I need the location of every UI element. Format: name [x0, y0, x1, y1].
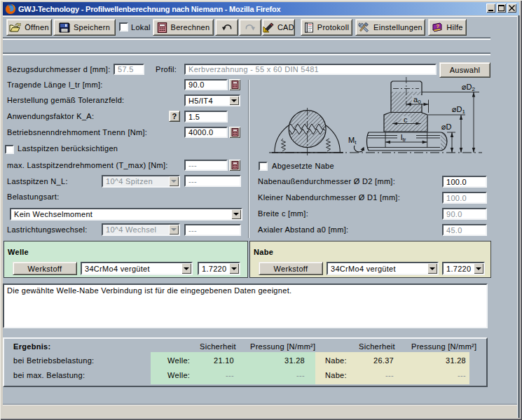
bezugsdurchmesser-input[interactable]: 57.5 — [114, 64, 144, 75]
result-panel: Ergebnis: Sicherheit Pressung [N/mm²] Si… — [3, 337, 488, 387]
profil-input[interactable]: Kerbverzahnung - 55 x 60 DIN 5481 — [184, 64, 437, 75]
firefox-icon — [5, 4, 16, 15]
help-button[interactable]: ? Hilfe — [428, 19, 467, 36]
dropdown-arrow-icon[interactable] — [181, 263, 191, 274]
abstand-label: Axialer Abstand a0 [mm]: — [258, 225, 348, 234]
anwendungsfaktor-input[interactable]: 1.5 — [184, 111, 228, 122]
input-value: 100.0 — [446, 178, 467, 186]
welle-werkstoff-button[interactable]: Werkstoff — [13, 262, 77, 275]
save-button[interactable]: Speichern — [53, 19, 116, 36]
calculate-button[interactable]: Berechnen — [153, 19, 214, 36]
lastrichtungswechsel-input[interactable]: --- — [184, 224, 241, 236]
maximize-button[interactable] — [497, 4, 506, 13]
tragende-laenge-input[interactable]: 90.0 — [184, 79, 228, 90]
d1-label: Kleiner Nabendurchmesser Ø D1 [mm]: — [258, 193, 400, 202]
arrow-down-glyph — [231, 267, 237, 273]
close-icon — [509, 5, 515, 11]
settings-button[interactable]: Einstellungen — [355, 19, 425, 36]
arrow-down-glyph — [171, 228, 177, 234]
result-welle-label: Welle: — [167, 356, 190, 365]
lastspitzen-checkbox[interactable] — [5, 145, 14, 154]
cad-button[interactable]: CAD — [262, 19, 295, 36]
abstand-input[interactable]: 45.0 — [442, 224, 487, 236]
combo-value: H5/IT4 — [188, 97, 229, 105]
open-folder-icon — [9, 22, 21, 33]
result-header-pressung-nabe: Pressung [N/mm²] — [411, 342, 476, 351]
welle-material-combo[interactable]: 34CrMo4 vergütet — [81, 262, 193, 275]
result-header-sicherheit-welle: Sicherheit — [200, 342, 236, 351]
welle-number-combo[interactable]: 1.7220 — [198, 262, 240, 275]
tragende-laenge-calc-button[interactable] — [229, 79, 240, 90]
werkstoff-button-label: Werkstoff — [274, 265, 308, 273]
minimize-button[interactable] — [486, 4, 495, 13]
abgesetzte-nabe-label: Abgesetzte Nabe — [272, 162, 334, 171]
d2-input[interactable]: 100.0 — [442, 176, 487, 188]
calculator-icon — [231, 128, 239, 136]
dropdown-arrow-icon[interactable] — [229, 96, 239, 105]
dropdown-arrow-icon[interactable] — [427, 263, 437, 274]
drehmoment-label: Betriebsnenndrehmoment Tnenn [Nm]: — [7, 128, 147, 137]
lastspitzen-nl-combo[interactable]: 10^4 Spitzen — [102, 175, 180, 188]
abgesetzte-nabe-checkbox[interactable] — [259, 162, 268, 171]
dropdown-arrow-icon — [169, 225, 179, 234]
dropdown-arrow-icon[interactable] — [474, 263, 483, 274]
nabe-material-combo[interactable]: 34CrMo4 vergütet — [327, 262, 439, 275]
message-textarea[interactable]: Die gewählte Welle-Nabe Verbindung ist f… — [3, 284, 488, 328]
local-checkbox-label: Lokal — [131, 23, 151, 32]
combo-value: 34CrMo4 vergütet — [331, 265, 427, 273]
lastspitzen-nl-input[interactable]: --- — [184, 175, 241, 187]
open-button[interactable]: Öffnen — [6, 19, 52, 36]
belastungsart-combo[interactable]: Kein Wechselmoment — [10, 208, 242, 220]
redo-button[interactable] — [239, 19, 261, 36]
max-lastspitzen-input[interactable]: --- — [184, 160, 228, 171]
result-nabe-pressung: --- — [424, 371, 466, 379]
arrow-down-glyph — [430, 267, 435, 273]
result-welle-sicherheit: 21.10 — [192, 356, 234, 365]
cad-pen-icon — [263, 22, 274, 33]
bezugsdurchmesser-label: Bezugsdurchmesser d [mm]: — [7, 65, 111, 74]
dim-label-mt: Mt — [348, 136, 357, 146]
result-row-label: bei Betriebsbelastung: — [13, 356, 94, 365]
input-value: 90.0 — [446, 210, 462, 218]
profil-label: Profil: — [156, 65, 177, 74]
undo-button[interactable] — [215, 19, 238, 36]
nabe-number-combo[interactable]: 1.7220 — [442, 262, 485, 275]
redo-icon — [245, 23, 256, 31]
nabe-werkstoff-button[interactable]: Werkstoff — [259, 262, 323, 275]
dim-label-d: ⌀D — [441, 122, 452, 131]
dropdown-arrow-icon[interactable] — [231, 209, 241, 219]
result-nabe-sicherheit: --- — [352, 371, 394, 379]
dim-label-c: c — [404, 115, 408, 124]
lastrichtungswechsel-combo[interactable]: 10^4 Wechsel — [102, 223, 180, 236]
separator-line — [3, 52, 490, 55]
lastrichtungswechsel-label: Lastrichtungswechsel: — [7, 225, 88, 234]
save-button-label: Speichern — [74, 23, 110, 31]
drehmoment-calc-button[interactable] — [229, 127, 240, 138]
drehmoment-input[interactable]: 4000.0 — [184, 127, 228, 138]
maximize-icon — [498, 5, 504, 11]
toleranzfeld-combo[interactable]: H5/IT4 — [184, 94, 240, 106]
save-floppy-icon — [59, 22, 70, 33]
titlebar: GWJ-Technology - Profilwellenberechnung … — [3, 2, 519, 15]
client-edge-shadow — [518, 15, 520, 418]
local-checkbox[interactable] — [119, 22, 128, 31]
combo-value: 34CrMo4 vergütet — [85, 265, 181, 273]
close-button[interactable] — [507, 4, 516, 13]
calculator-icon — [231, 161, 239, 169]
technical-drawing: ltr Mt a0 c ⌀D — [266, 74, 485, 160]
tragende-laenge-label: Tragende Länge l_tr [mm]: — [7, 80, 103, 90]
dropdown-arrow-icon[interactable] — [229, 263, 239, 274]
max-lastspitzen-calc-button[interactable] — [229, 160, 240, 171]
dim-label-d1: ⌀D1 — [452, 105, 466, 115]
breite-input[interactable]: 90.0 — [442, 208, 487, 220]
anwendungsfaktor-help-button[interactable]: ? — [169, 111, 180, 122]
d1-input[interactable]: 100.0 — [442, 192, 487, 204]
protocol-button[interactable]: Protokoll — [301, 19, 352, 36]
arrow-down-glyph — [476, 267, 481, 273]
combo-value: 1.7220 — [446, 265, 474, 273]
calculator-icon — [157, 22, 167, 33]
result-title: Ergebnis: — [13, 342, 50, 351]
combo-value: Kein Wechselmoment — [14, 210, 231, 218]
welle-panel-title: Welle — [8, 248, 29, 257]
combo-value: 10^4 Spitzen — [106, 177, 169, 186]
